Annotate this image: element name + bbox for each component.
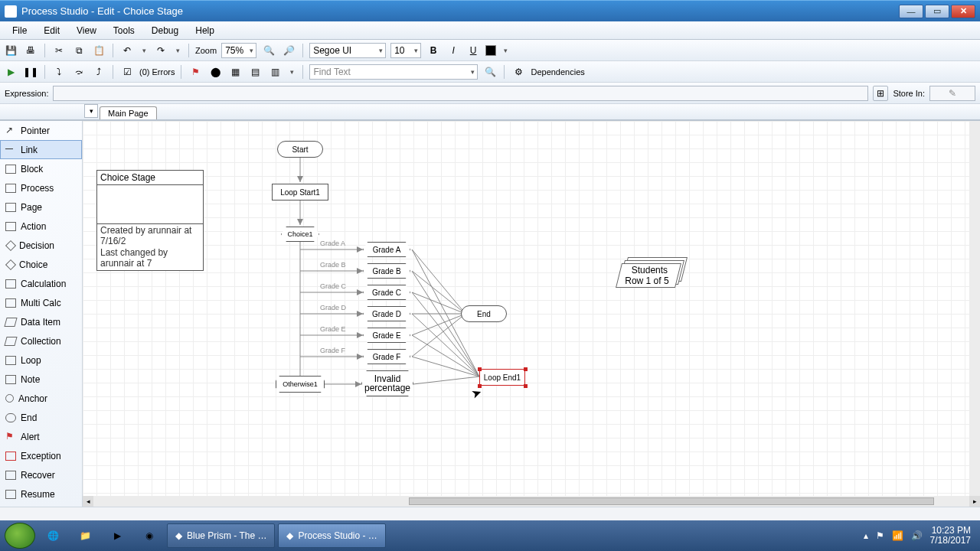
find-next-icon[interactable]: 🔍 (482, 64, 498, 80)
sel-handle-tl[interactable] (478, 367, 482, 371)
hscroll-thumb[interactable] (409, 497, 934, 505)
menu-view[interactable]: View (69, 23, 104, 38)
step-icon[interactable]: ⤵ (51, 64, 67, 80)
tool-pointer[interactable]: Pointer (0, 121, 82, 140)
tray-up-icon[interactable]: ▴ (864, 530, 868, 541)
menu-file[interactable]: File (5, 23, 34, 38)
grid1-icon[interactable]: ▦ (227, 64, 243, 80)
tool-alert[interactable]: Alert (0, 427, 82, 446)
tool-collection[interactable]: Collection (0, 331, 82, 350)
process-info-box[interactable]: Choice Stage Created by arunnair at 7/16… (96, 170, 204, 271)
menu-debug[interactable]: Debug (144, 23, 186, 38)
node-end[interactable]: End (461, 305, 507, 322)
grid-dropdown[interactable]: ▾ (287, 68, 296, 76)
find-input[interactable]: Find Text (309, 64, 478, 80)
maximize-button[interactable]: ▭ (925, 5, 949, 18)
tray-flag-icon[interactable]: ⚑ (876, 530, 884, 541)
canvas[interactable]: Choice Stage Created by arunnair at 7/16… (83, 121, 980, 507)
undo-dropdown[interactable]: ▾ (139, 47, 149, 54)
validate-icon[interactable]: ☑ (119, 64, 135, 80)
tool-block[interactable]: Block (0, 159, 82, 178)
canvas-hscroll[interactable]: ◂ ▸ (83, 496, 980, 507)
hscroll-left[interactable]: ◂ (83, 496, 93, 507)
tool-multicalc[interactable]: Multi Calc (0, 293, 82, 312)
print-icon[interactable]: 🖶 (23, 43, 38, 58)
node-invalid[interactable]: Invalid percentage (361, 370, 413, 396)
tool-exception[interactable]: Exception (0, 446, 82, 465)
flag-icon[interactable]: ⚑ (188, 64, 203, 80)
minimize-button[interactable]: — (899, 5, 923, 18)
node-grade-a[interactable]: Grade A (363, 242, 410, 257)
node-grade-e[interactable]: Grade E (363, 328, 410, 343)
color-swatch[interactable] (485, 45, 496, 56)
zoom-select[interactable]: 75% (221, 43, 256, 58)
underline-icon[interactable]: U (466, 43, 481, 58)
hscroll-right[interactable]: ▸ (969, 496, 980, 507)
deps-label[interactable]: Dependencies (531, 67, 584, 77)
node-students-collection[interactable]: StudentsRow 1 of 5 (619, 257, 688, 291)
zoom-in-icon[interactable]: 🔍 (261, 43, 276, 58)
undo-icon[interactable]: ↶ (119, 43, 135, 58)
tool-loop[interactable]: Loop (0, 350, 82, 370)
node-grade-b[interactable]: Grade B (363, 263, 410, 279)
paste-icon[interactable]: 📋 (91, 43, 106, 58)
grid3-icon[interactable]: ▥ (267, 64, 283, 80)
zoom-out-icon[interactable]: 🔎 (281, 43, 296, 58)
node-otherwise[interactable]: Otherwise1 (276, 376, 325, 393)
tool-anchor[interactable]: Anchor (0, 389, 82, 408)
stepover-icon[interactable]: ⤼ (71, 64, 87, 80)
system-tray[interactable]: ▴ ⚑ 📶 🔊 10:23 PM 7/18/2017 (864, 526, 975, 546)
grid2-icon[interactable]: ▤ (247, 64, 263, 80)
pages-dropdown[interactable]: ▾ (84, 104, 98, 118)
menu-edit[interactable]: Edit (36, 23, 67, 38)
storein-input[interactable]: ✎ (929, 86, 975, 101)
node-grade-f[interactable]: Grade F (363, 349, 410, 364)
italic-icon[interactable]: I (446, 43, 461, 58)
taskbar-task-blueprism[interactable]: ◆Blue Prism - The … (167, 523, 275, 548)
tool-dataitem[interactable]: Data Item (0, 312, 82, 331)
tray-sound-icon[interactable]: 🔊 (911, 530, 923, 541)
taskbar-task-processstudio[interactable]: ◆Process Studio - … (278, 523, 385, 548)
menu-help[interactable]: Help (188, 23, 222, 38)
tool-note[interactable]: Note (0, 370, 82, 389)
expression-builder-icon[interactable]: ⊞ (873, 86, 888, 101)
tool-link[interactable]: Link (0, 140, 82, 159)
bold-icon[interactable]: B (426, 43, 441, 58)
tool-process[interactable]: Process (0, 178, 82, 197)
node-loopstart[interactable]: Loop Start1 (272, 184, 328, 201)
canvas-vscroll[interactable] (969, 121, 980, 496)
stepout-icon[interactable]: ⤴ (91, 64, 106, 80)
tab-main-page[interactable]: Main Page (100, 106, 157, 119)
tray-network-icon[interactable]: 📶 (892, 530, 903, 541)
node-choice[interactable]: Choice1 (281, 227, 319, 242)
taskbar-media-icon[interactable]: ▶ (103, 523, 132, 548)
sel-handle-tr[interactable] (524, 367, 528, 371)
errors-label[interactable]: (0) Errors (139, 67, 175, 77)
redo-dropdown[interactable]: ▾ (173, 47, 182, 54)
expression-input[interactable] (53, 86, 868, 101)
breakpoint-icon[interactable]: ⬤ (207, 64, 223, 80)
start-button[interactable] (5, 523, 35, 549)
taskbar-explorer-icon[interactable]: 📁 (70, 523, 100, 548)
close-button[interactable]: ✕ (951, 5, 975, 18)
taskbar-chrome-icon[interactable]: ◉ (135, 523, 164, 548)
node-loopend[interactable]: Loop End1 (479, 369, 525, 386)
tool-recover[interactable]: Recover (0, 465, 82, 484)
color-dropdown[interactable]: ▾ (501, 47, 510, 54)
menu-tools[interactable]: Tools (106, 23, 142, 38)
taskbar-ie-icon[interactable]: 🌐 (38, 523, 67, 548)
tool-end[interactable]: End (0, 408, 82, 427)
sel-handle-br[interactable] (524, 384, 528, 388)
node-grade-c[interactable]: Grade C (363, 285, 410, 300)
pause-icon[interactable]: ❚❚ (23, 64, 38, 80)
tool-choice[interactable]: Choice (0, 255, 82, 274)
tool-resume[interactable]: Resume (0, 484, 82, 504)
node-grade-d[interactable]: Grade D (363, 306, 410, 321)
tool-action[interactable]: Action (0, 217, 82, 236)
tray-clock[interactable]: 10:23 PM 7/18/2017 (930, 526, 971, 546)
font-select[interactable]: Segoe UI (309, 43, 386, 58)
redo-icon[interactable]: ↷ (153, 43, 168, 58)
fontsize-select[interactable]: 10 (390, 43, 421, 58)
tool-calculation[interactable]: Calculation (0, 274, 82, 293)
sel-handle-bl[interactable] (478, 384, 482, 388)
